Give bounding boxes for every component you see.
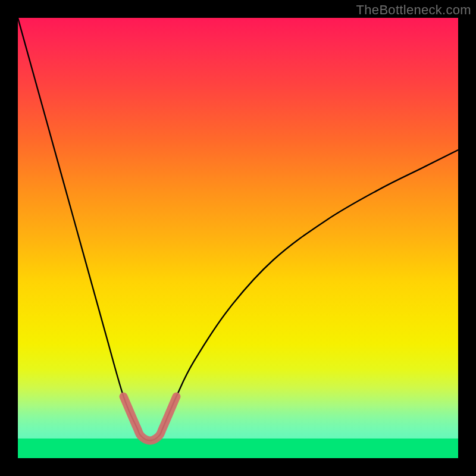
curve-layer <box>18 18 458 458</box>
watermark-text: TheBottleneck.com <box>356 2 471 18</box>
plot-area <box>18 18 458 458</box>
highlight-segment <box>124 396 177 440</box>
chart-frame: TheBottleneck.com <box>0 0 476 476</box>
bottleneck-curve <box>18 18 458 440</box>
